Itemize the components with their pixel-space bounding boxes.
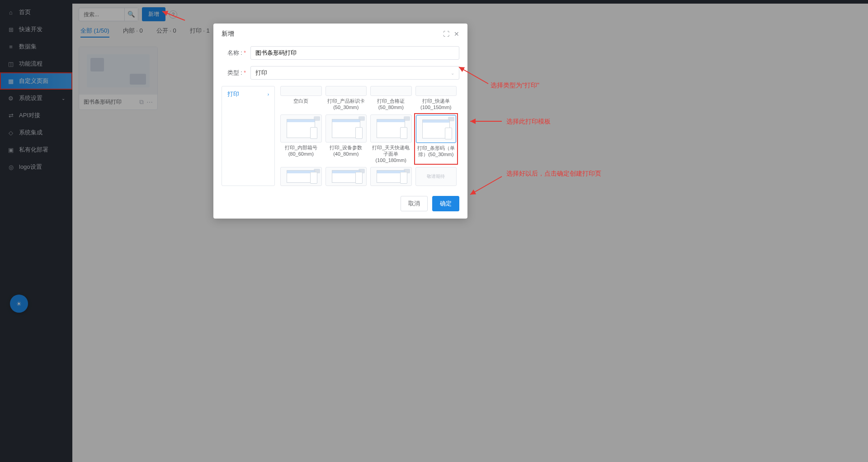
dialog-title: 新增 — [222, 30, 234, 38]
template-item-blank[interactable]: 空白页 — [280, 86, 322, 111]
template-item-barcode[interactable]: 打印_条形码（单排）(50_30mm) — [415, 114, 457, 164]
type-label: 类型 :* — [222, 69, 246, 77]
template-thumb — [326, 86, 367, 96]
template-thumb — [370, 167, 412, 186]
dialog-header: 新增 ⛶ ✕ — [213, 24, 467, 44]
name-input[interactable] — [250, 46, 459, 60]
template-label: 打印_快递单(100_150mm) — [415, 98, 457, 111]
template-label: 打印_合格证(50_80mm) — [370, 98, 412, 111]
fullscreen-icon[interactable]: ⛶ — [443, 30, 449, 38]
type-value: 打印 — [255, 69, 267, 77]
template-label: 空白页 — [280, 98, 322, 110]
template-grid[interactable]: 空白页 打印_产品标识卡(50_30mm) 打印_合格证(50_80mm) 打印… — [280, 86, 459, 186]
template-thumb — [415, 86, 457, 96]
template-item[interactable]: 打印_快递单(100_150mm) — [415, 86, 457, 111]
type-select[interactable]: 打印 ⌄ — [250, 66, 459, 80]
template-item[interactable]: 打印_内部箱号(80_60mm) — [280, 114, 322, 164]
template-label: 打印_条形码（单排）(50_30mm) — [416, 145, 457, 158]
template-label: 打印_内部箱号(80_60mm) — [280, 144, 322, 157]
template-item[interactable] — [280, 167, 322, 186]
template-category-print[interactable]: 打印 › — [222, 86, 274, 102]
template-item[interactable]: 打印_产品标识卡(50_30mm) — [326, 86, 367, 111]
close-icon[interactable]: ✕ — [454, 30, 459, 38]
template-thumb — [280, 86, 322, 96]
form-row-name: 名称 :* — [222, 46, 459, 60]
template-item[interactable]: 打印_设备参数(40_80mm) — [326, 114, 367, 164]
cancel-button[interactable]: 取消 — [401, 196, 428, 211]
template-thumb — [326, 167, 367, 186]
confirm-button[interactable]: 确定 — [432, 196, 459, 211]
template-thumb — [280, 114, 322, 143]
template-item[interactable] — [370, 167, 412, 186]
template-thumb — [416, 115, 457, 143]
template-area: 打印 › 空白页 打印_产品标识卡(50_30mm) 打印_合格证(50_80m… — [222, 86, 459, 186]
form-row-type: 类型 :* 打印 ⌄ — [222, 66, 459, 80]
dialog-body: 名称 :* 类型 :* 打印 ⌄ 打印 › 空白页 — [213, 44, 467, 191]
template-thumb — [370, 114, 412, 143]
template-thumb — [370, 86, 412, 96]
template-label: 打印_产品标识卡(50_30mm) — [326, 98, 367, 111]
template-label: 打印_设备参数(40_80mm) — [326, 144, 367, 157]
template-item-coming-soon[interactable]: 敬请期待 — [415, 167, 457, 186]
new-dialog: 新增 ⛶ ✕ 名称 :* 类型 :* 打印 ⌄ 打印 › — [213, 24, 467, 219]
template-thumb: 敬请期待 — [415, 167, 457, 186]
dialog-footer: 取消 确定 — [213, 191, 467, 219]
template-thumb — [326, 114, 367, 143]
template-thumb — [280, 167, 322, 186]
chevron-down-icon: ⌄ — [451, 71, 454, 76]
template-sidebar: 打印 › — [222, 86, 275, 186]
name-label: 名称 :* — [222, 49, 246, 57]
chevron-right-icon: › — [268, 92, 269, 97]
template-item[interactable]: 打印_天天快递电子面单(100_180mm) — [370, 114, 412, 164]
template-label: 打印_天天快递电子面单(100_180mm) — [370, 144, 412, 164]
template-item[interactable] — [326, 167, 367, 186]
template-item[interactable]: 打印_合格证(50_80mm) — [370, 86, 412, 111]
